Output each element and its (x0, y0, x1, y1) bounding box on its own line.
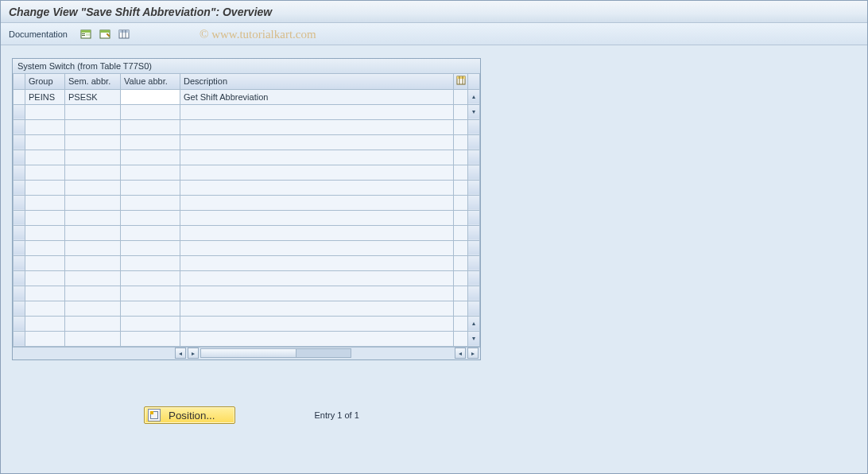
cell-sem-abbr[interactable] (65, 270, 121, 286)
col-description[interactable]: Description (180, 74, 454, 89)
cell-description[interactable] (180, 225, 454, 240)
cell-sem-abbr[interactable] (65, 225, 121, 240)
cell-value-abbr[interactable] (121, 165, 180, 180)
cell-value-abbr[interactable] (121, 180, 180, 195)
hscroll-thumb[interactable] (201, 349, 296, 357)
row-selector[interactable] (14, 255, 25, 270)
table-row[interactable] (14, 225, 480, 240)
cell-group[interactable] (25, 134, 65, 150)
cell-description[interactable] (180, 180, 454, 195)
cell-group[interactable] (25, 225, 65, 240)
vscroll-track[interactable] (468, 255, 480, 270)
cell-group[interactable] (25, 150, 65, 165)
vscroll-track[interactable] (468, 270, 480, 286)
scroll-down-icon[interactable]: ▾ (468, 331, 480, 346)
cell-description[interactable] (180, 150, 454, 165)
col-sem-abbr[interactable]: Sem. abbr. (65, 74, 121, 89)
cell-group[interactable] (25, 165, 65, 180)
row-selector[interactable] (14, 165, 25, 180)
table-row[interactable] (14, 210, 480, 225)
table-row[interactable] (14, 180, 480, 195)
cell-sem-abbr[interactable] (65, 286, 121, 301)
table-row[interactable] (14, 255, 480, 270)
table-row[interactable] (14, 240, 480, 255)
cell-value-abbr[interactable] (121, 240, 180, 255)
cell-description[interactable] (180, 331, 454, 346)
cell-description[interactable] (180, 119, 454, 134)
cell-group[interactable] (25, 119, 65, 134)
cell-value-abbr[interactable] (121, 316, 180, 331)
vscroll-track[interactable] (468, 119, 480, 134)
cell-sem-abbr[interactable] (65, 240, 121, 255)
cell-description[interactable] (180, 255, 454, 270)
cell-sem-abbr[interactable] (65, 119, 121, 134)
hscroll-track[interactable] (200, 348, 351, 358)
row-selector[interactable] (14, 316, 25, 331)
table-row[interactable]: ▾ (14, 331, 480, 346)
cell-description[interactable] (180, 134, 454, 150)
row-selector[interactable] (14, 286, 25, 301)
cell-description[interactable] (180, 165, 454, 180)
row-selector[interactable] (14, 104, 25, 119)
cell-value-abbr[interactable] (121, 331, 180, 346)
cell-sem-abbr[interactable]: PSESK (65, 89, 121, 104)
row-selector[interactable] (14, 270, 25, 286)
table-row[interactable] (14, 165, 480, 180)
scroll-left-icon[interactable]: ▸ (188, 348, 199, 359)
cell-value-abbr[interactable] (121, 119, 180, 134)
cell-group[interactable] (25, 240, 65, 255)
table-row[interactable]: ▴ (14, 316, 480, 331)
table-row[interactable] (14, 119, 480, 134)
cell-sem-abbr[interactable] (65, 195, 121, 210)
row-selector[interactable] (14, 210, 25, 225)
row-selector[interactable] (14, 119, 25, 134)
cell-description[interactable] (180, 301, 454, 316)
vscroll-track[interactable] (468, 210, 480, 225)
scroll-first-icon[interactable]: ◂ (175, 348, 186, 359)
cell-group[interactable] (25, 316, 65, 331)
vscroll-track[interactable] (468, 240, 480, 255)
scroll-last-icon[interactable]: ▸ (467, 348, 479, 359)
table-row[interactable] (14, 150, 480, 165)
scroll-down-icon[interactable]: ▾ (468, 104, 480, 119)
horizontal-scrollbar[interactable]: ◂ ▸ ◂ ▸ (13, 347, 480, 359)
cell-value-abbr[interactable] (121, 286, 180, 301)
cell-sem-abbr[interactable] (65, 331, 121, 346)
col-group[interactable]: Group (25, 74, 65, 89)
configure-columns-icon[interactable] (454, 74, 468, 89)
row-selector[interactable] (14, 134, 25, 150)
cell-value-abbr[interactable] (121, 134, 180, 150)
table-row[interactable]: PEINSPSESKGet Shift Abbreviation▴ (14, 89, 480, 104)
scroll-up-icon[interactable]: ▴ (468, 89, 480, 104)
table-row[interactable] (14, 195, 480, 210)
cell-value-abbr[interactable] (121, 89, 180, 104)
vscroll-track[interactable] (468, 225, 480, 240)
table-row[interactable] (14, 134, 480, 150)
cell-description[interactable] (180, 104, 454, 119)
cell-group[interactable]: PEINS (25, 89, 65, 104)
vscroll-track[interactable] (468, 195, 480, 210)
cell-group[interactable] (25, 180, 65, 195)
display-icon[interactable] (79, 27, 93, 41)
save-icon[interactable] (98, 27, 112, 41)
cell-value-abbr[interactable] (121, 225, 180, 240)
cell-description[interactable] (180, 210, 454, 225)
select-all-header[interactable] (14, 74, 25, 89)
cell-group[interactable] (25, 195, 65, 210)
row-selector[interactable] (14, 240, 25, 255)
cell-value-abbr[interactable] (121, 150, 180, 165)
cell-group[interactable] (25, 255, 65, 270)
cell-description[interactable] (180, 240, 454, 255)
row-selector[interactable] (14, 180, 25, 195)
vscroll-track[interactable] (468, 165, 480, 180)
cell-group[interactable] (25, 270, 65, 286)
row-selector[interactable] (14, 150, 25, 165)
table-row[interactable]: ▾ (14, 104, 480, 119)
cell-sem-abbr[interactable] (65, 104, 121, 119)
cell-description[interactable] (180, 195, 454, 210)
cell-sem-abbr[interactable] (65, 150, 121, 165)
cell-description[interactable]: Get Shift Abbreviation (180, 89, 454, 104)
cell-group[interactable] (25, 210, 65, 225)
scroll-right-icon[interactable]: ◂ (455, 348, 466, 359)
cell-sem-abbr[interactable] (65, 255, 121, 270)
